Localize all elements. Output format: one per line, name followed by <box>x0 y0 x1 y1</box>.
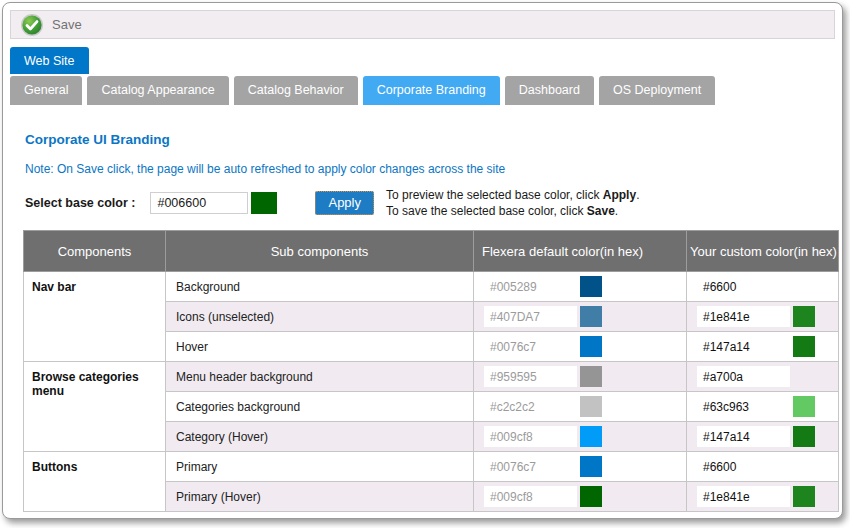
component-cell-browse-categories-menu: Browse categories menu <box>24 362 166 452</box>
custom-color-cell: #147a14 <box>687 332 839 362</box>
col-header-default-color: Flexera default color(in hex) <box>474 231 687 272</box>
apply-instructions: To preview the selected base color, clic… <box>386 187 639 219</box>
default-color-cell: #009cf8 <box>474 482 687 512</box>
custom-color-swatch <box>793 426 815 447</box>
branding-table: Components Sub components Flexera defaul… <box>23 230 839 512</box>
default-color-swatch <box>580 396 602 417</box>
instruction-line-2: To save the selected base color, click S… <box>386 203 639 219</box>
instruction-line-1: To preview the selected base color, clic… <box>386 187 639 203</box>
table-row: ButtonsPrimary#0076c7#6600 <box>24 452 839 482</box>
table-row: Browse categories menuMenu header backgr… <box>24 362 839 392</box>
component-cell-nav-bar: Nav bar <box>24 272 166 362</box>
col-header-custom-color: Your custom color(in hex) <box>687 231 839 272</box>
col-header-components: Components <box>24 231 166 272</box>
apply-button[interactable]: Apply <box>315 191 374 215</box>
custom-hex-input[interactable]: #147a14 <box>697 336 790 357</box>
table-row: Nav barBackground#005289#6600 <box>24 272 839 302</box>
sub-component-cell: Primary <box>166 452 474 482</box>
default-color-swatch <box>580 456 602 477</box>
sub-component-cell: Categories background <box>166 392 474 422</box>
default-color-cell: #005289 <box>474 272 687 302</box>
tab-catalog-appearance[interactable]: Catalog Appearance <box>87 76 228 105</box>
default-color-swatch <box>580 276 602 297</box>
tab-general[interactable]: General <box>10 76 82 105</box>
default-color-cell: #0076c7 <box>474 332 687 362</box>
component-cell-buttons: Buttons <box>24 452 166 512</box>
base-color-input[interactable] <box>150 192 248 214</box>
custom-hex-input[interactable]: #63c963 <box>697 396 790 417</box>
default-hex-input: #0076c7 <box>484 336 577 357</box>
base-color-label: Select base color : <box>25 196 135 210</box>
default-color-swatch <box>580 426 602 447</box>
custom-color-cell: #6600 <box>687 272 839 302</box>
default-color-cell: #959595 <box>474 362 687 392</box>
default-color-swatch <box>580 486 602 507</box>
default-color-swatch <box>580 306 602 327</box>
custom-color-swatch <box>793 306 815 327</box>
custom-hex-input[interactable]: #a700a <box>697 366 790 387</box>
sub-component-cell: Hover <box>166 332 474 362</box>
save-button[interactable]: Save <box>20 13 82 37</box>
page-title: Corporate UI Branding <box>25 132 170 147</box>
default-color-cell: #009cf8 <box>474 422 687 452</box>
save-label: Save <box>52 17 82 32</box>
col-header-sub-components: Sub components <box>166 231 474 272</box>
default-hex-input: #959595 <box>484 366 577 387</box>
custom-hex-input[interactable]: #1e841e <box>697 486 790 507</box>
default-hex-input: #005289 <box>484 276 577 297</box>
sub-component-cell: Background <box>166 272 474 302</box>
custom-color-cell: #147a14 <box>687 422 839 452</box>
custom-hex-input[interactable]: #6600 <box>697 456 790 477</box>
table-header-row: Components Sub components Flexera defaul… <box>24 231 839 272</box>
custom-hex-input[interactable]: #147a14 <box>697 426 790 447</box>
custom-color-cell: #1e841e <box>687 482 839 512</box>
default-hex-input: #407DA7 <box>484 306 577 327</box>
custom-color-swatch <box>793 336 815 357</box>
default-hex-input: #c2c2c2 <box>484 396 577 417</box>
custom-color-cell: #a700a <box>687 362 839 392</box>
custom-color-swatch <box>793 396 815 417</box>
default-hex-input: #009cf8 <box>484 426 577 447</box>
tab-corporate-branding[interactable]: Corporate Branding <box>363 76 500 105</box>
sub-component-cell: Menu header background <box>166 362 474 392</box>
default-color-cell: #0076c7 <box>474 452 687 482</box>
app-window: Save Web Site GeneralCatalog AppearanceC… <box>2 2 843 519</box>
custom-hex-input[interactable]: #6600 <box>697 276 790 297</box>
tab-catalog-behavior[interactable]: Catalog Behavior <box>234 76 358 105</box>
sub-component-cell: Primary (Hover) <box>166 482 474 512</box>
default-color-cell: #c2c2c2 <box>474 392 687 422</box>
custom-hex-input[interactable]: #1e841e <box>697 306 790 327</box>
sub-component-cell: Category (Hover) <box>166 422 474 452</box>
default-hex-input: #009cf8 <box>484 486 577 507</box>
base-color-swatch <box>251 192 277 214</box>
page-note: Note: On Save click, the page will be au… <box>25 162 505 176</box>
default-color-swatch <box>580 366 602 387</box>
default-color-swatch <box>580 336 602 357</box>
tab-web-site[interactable]: Web Site <box>10 47 89 74</box>
custom-color-cell: #63c963 <box>687 392 839 422</box>
default-hex-input: #0076c7 <box>484 456 577 477</box>
tab-dashboard[interactable]: Dashboard <box>505 76 594 105</box>
top-toolbar: Save <box>10 10 835 39</box>
sub-component-cell: Icons (unselected) <box>166 302 474 332</box>
default-color-cell: #407DA7 <box>474 302 687 332</box>
custom-color-cell: #6600 <box>687 452 839 482</box>
tab-strip: GeneralCatalog AppearanceCatalog Behavio… <box>10 76 715 105</box>
save-check-icon <box>20 13 44 37</box>
tab-os-deployment[interactable]: OS Deployment <box>599 76 715 105</box>
custom-color-swatch <box>793 486 815 507</box>
custom-color-cell: #1e841e <box>687 302 839 332</box>
base-color-row: Select base color : Apply To preview the… <box>25 189 639 217</box>
